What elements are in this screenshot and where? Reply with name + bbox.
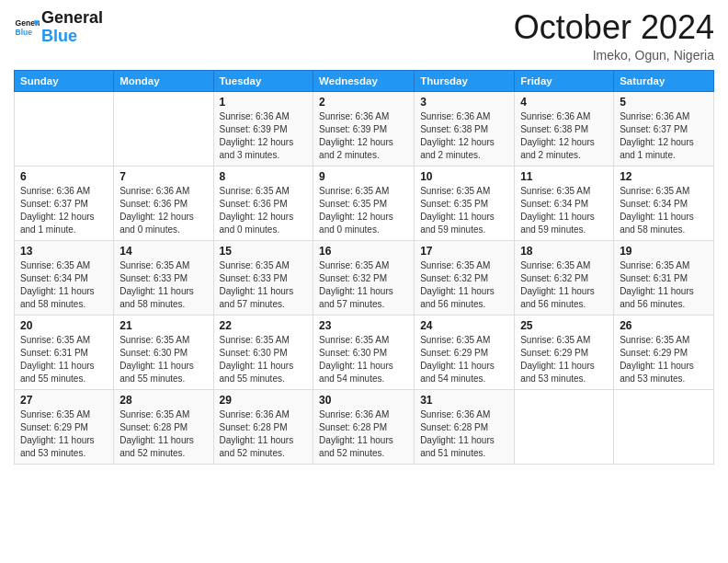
day-info: Sunrise: 6:36 AM Sunset: 6:38 PM Dayligh… xyxy=(520,110,608,162)
calendar-cell: 7Sunrise: 6:36 AM Sunset: 6:36 PM Daylig… xyxy=(114,166,213,240)
weekday-header-tuesday: Tuesday xyxy=(213,70,313,91)
day-number: 1 xyxy=(220,96,308,109)
day-info: Sunrise: 6:36 AM Sunset: 6:28 PM Dayligh… xyxy=(319,408,408,460)
calendar-cell: 22Sunrise: 6:35 AM Sunset: 6:30 PM Dayli… xyxy=(213,315,313,389)
day-info: Sunrise: 6:36 AM Sunset: 6:28 PM Dayligh… xyxy=(220,408,308,460)
calendar-cell: 26Sunrise: 6:35 AM Sunset: 6:29 PM Dayli… xyxy=(614,315,714,389)
calendar-cell: 17Sunrise: 6:35 AM Sunset: 6:32 PM Dayli… xyxy=(415,240,515,315)
day-info: Sunrise: 6:35 AM Sunset: 6:33 PM Dayligh… xyxy=(119,259,207,311)
calendar-cell: 29Sunrise: 6:36 AM Sunset: 6:28 PM Dayli… xyxy=(213,389,313,464)
weekday-header-thursday: Thursday xyxy=(415,70,515,91)
calendar-cell: 11Sunrise: 6:35 AM Sunset: 6:34 PM Dayli… xyxy=(515,166,614,240)
day-number: 17 xyxy=(420,245,508,258)
day-info: Sunrise: 6:36 AM Sunset: 6:37 PM Dayligh… xyxy=(620,110,708,162)
day-info: Sunrise: 6:35 AM Sunset: 6:32 PM Dayligh… xyxy=(420,259,508,311)
day-info: Sunrise: 6:35 AM Sunset: 6:35 PM Dayligh… xyxy=(319,185,408,236)
calendar-table: SundayMondayTuesdayWednesdayThursdayFrid… xyxy=(14,70,714,465)
calendar-cell: 10Sunrise: 6:35 AM Sunset: 6:35 PM Dayli… xyxy=(415,166,515,240)
day-number: 2 xyxy=(319,96,408,109)
page: General Blue GeneralBlue October 2024 Im… xyxy=(0,0,728,563)
day-info: Sunrise: 6:35 AM Sunset: 6:30 PM Dayligh… xyxy=(319,334,408,385)
day-number: 13 xyxy=(20,245,108,258)
day-info: Sunrise: 6:35 AM Sunset: 6:34 PM Dayligh… xyxy=(20,259,108,311)
weekday-header-monday: Monday xyxy=(114,70,213,91)
day-info: Sunrise: 6:35 AM Sunset: 6:30 PM Dayligh… xyxy=(220,334,308,385)
day-number: 8 xyxy=(220,170,308,183)
calendar-cell xyxy=(515,389,614,464)
day-number: 23 xyxy=(319,319,408,332)
day-number: 20 xyxy=(20,319,108,332)
calendar-cell: 15Sunrise: 6:35 AM Sunset: 6:33 PM Dayli… xyxy=(213,240,313,315)
calendar-cell: 14Sunrise: 6:35 AM Sunset: 6:33 PM Dayli… xyxy=(114,240,213,315)
day-number: 12 xyxy=(620,170,708,183)
logo-icon: General Blue xyxy=(14,15,40,40)
day-info: Sunrise: 6:35 AM Sunset: 6:31 PM Dayligh… xyxy=(20,334,108,385)
day-info: Sunrise: 6:36 AM Sunset: 6:39 PM Dayligh… xyxy=(319,110,408,162)
calendar-cell: 3Sunrise: 6:36 AM Sunset: 6:38 PM Daylig… xyxy=(415,91,515,166)
logo: General Blue GeneralBlue xyxy=(14,9,103,46)
calendar-cell: 23Sunrise: 6:35 AM Sunset: 6:30 PM Dayli… xyxy=(313,315,415,389)
weekday-header-saturday: Saturday xyxy=(614,70,714,91)
day-info: Sunrise: 6:35 AM Sunset: 6:34 PM Dayligh… xyxy=(520,185,608,236)
day-info: Sunrise: 6:35 AM Sunset: 6:29 PM Dayligh… xyxy=(620,334,708,385)
weekday-header-wednesday: Wednesday xyxy=(313,70,415,91)
calendar-cell: 1Sunrise: 6:36 AM Sunset: 6:39 PM Daylig… xyxy=(213,91,313,166)
day-info: Sunrise: 6:35 AM Sunset: 6:32 PM Dayligh… xyxy=(520,259,608,311)
day-number: 24 xyxy=(420,319,508,332)
location: Imeko, Ogun, Nigeria xyxy=(514,48,714,63)
day-number: 26 xyxy=(620,319,708,332)
calendar-cell: 6Sunrise: 6:36 AM Sunset: 6:37 PM Daylig… xyxy=(15,166,114,240)
day-info: Sunrise: 6:35 AM Sunset: 6:33 PM Dayligh… xyxy=(220,259,308,311)
day-number: 9 xyxy=(319,170,408,183)
calendar-cell: 5Sunrise: 6:36 AM Sunset: 6:37 PM Daylig… xyxy=(614,91,714,166)
day-number: 28 xyxy=(119,394,207,407)
day-number: 6 xyxy=(20,170,108,183)
title-block: October 2024 Imeko, Ogun, Nigeria xyxy=(514,9,714,63)
month-title: October 2024 xyxy=(514,9,714,46)
day-number: 18 xyxy=(520,245,608,258)
day-number: 7 xyxy=(119,170,207,183)
day-info: Sunrise: 6:36 AM Sunset: 6:36 PM Dayligh… xyxy=(119,185,207,236)
weekday-header-friday: Friday xyxy=(515,70,614,91)
calendar-cell: 25Sunrise: 6:35 AM Sunset: 6:29 PM Dayli… xyxy=(515,315,614,389)
day-info: Sunrise: 6:35 AM Sunset: 6:30 PM Dayligh… xyxy=(119,334,207,385)
day-number: 3 xyxy=(420,96,508,109)
day-info: Sunrise: 6:35 AM Sunset: 6:29 PM Dayligh… xyxy=(420,334,508,385)
calendar-cell: 18Sunrise: 6:35 AM Sunset: 6:32 PM Dayli… xyxy=(515,240,614,315)
calendar-cell: 9Sunrise: 6:35 AM Sunset: 6:35 PM Daylig… xyxy=(313,166,415,240)
day-number: 25 xyxy=(520,319,608,332)
logo-text: GeneralBlue xyxy=(41,9,103,46)
calendar-cell xyxy=(614,389,714,464)
calendar-cell: 16Sunrise: 6:35 AM Sunset: 6:32 PM Dayli… xyxy=(313,240,415,315)
day-info: Sunrise: 6:35 AM Sunset: 6:29 PM Dayligh… xyxy=(20,408,108,460)
day-number: 14 xyxy=(119,245,207,258)
calendar-cell: 12Sunrise: 6:35 AM Sunset: 6:34 PM Dayli… xyxy=(614,166,714,240)
weekday-header-sunday: Sunday xyxy=(15,70,114,91)
day-info: Sunrise: 6:36 AM Sunset: 6:28 PM Dayligh… xyxy=(420,408,508,460)
calendar-cell: 8Sunrise: 6:35 AM Sunset: 6:36 PM Daylig… xyxy=(213,166,313,240)
calendar-cell: 2Sunrise: 6:36 AM Sunset: 6:39 PM Daylig… xyxy=(313,91,415,166)
day-number: 4 xyxy=(520,96,608,109)
day-number: 19 xyxy=(620,245,708,258)
calendar-cell: 13Sunrise: 6:35 AM Sunset: 6:34 PM Dayli… xyxy=(15,240,114,315)
calendar-cell: 4Sunrise: 6:36 AM Sunset: 6:38 PM Daylig… xyxy=(515,91,614,166)
day-info: Sunrise: 6:35 AM Sunset: 6:36 PM Dayligh… xyxy=(220,185,308,236)
calendar-cell xyxy=(15,91,114,166)
day-number: 16 xyxy=(319,245,408,258)
day-info: Sunrise: 6:36 AM Sunset: 6:37 PM Dayligh… xyxy=(20,185,108,236)
day-number: 27 xyxy=(20,394,108,407)
calendar-cell: 24Sunrise: 6:35 AM Sunset: 6:29 PM Dayli… xyxy=(415,315,515,389)
calendar-cell: 21Sunrise: 6:35 AM Sunset: 6:30 PM Dayli… xyxy=(114,315,213,389)
calendar-cell: 30Sunrise: 6:36 AM Sunset: 6:28 PM Dayli… xyxy=(313,389,415,464)
day-number: 31 xyxy=(420,394,508,407)
day-number: 29 xyxy=(220,394,308,407)
calendar-cell: 20Sunrise: 6:35 AM Sunset: 6:31 PM Dayli… xyxy=(15,315,114,389)
calendar-cell xyxy=(114,91,213,166)
svg-text:Blue: Blue xyxy=(16,28,33,37)
day-info: Sunrise: 6:35 AM Sunset: 6:29 PM Dayligh… xyxy=(520,334,608,385)
day-number: 5 xyxy=(620,96,708,109)
day-info: Sunrise: 6:35 AM Sunset: 6:31 PM Dayligh… xyxy=(620,259,708,311)
day-info: Sunrise: 6:36 AM Sunset: 6:39 PM Dayligh… xyxy=(220,110,308,162)
day-number: 11 xyxy=(520,170,608,183)
day-info: Sunrise: 6:35 AM Sunset: 6:32 PM Dayligh… xyxy=(319,259,408,311)
